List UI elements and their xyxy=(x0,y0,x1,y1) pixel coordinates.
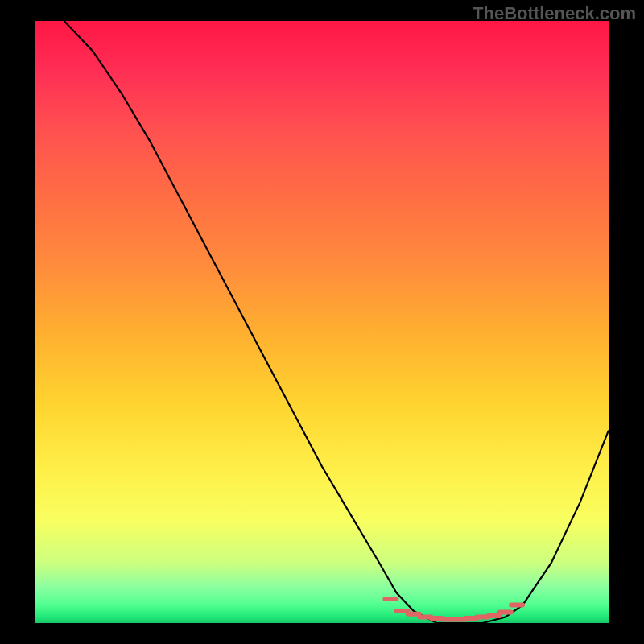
plot-area xyxy=(35,21,609,623)
chart-svg xyxy=(35,21,609,623)
bottleneck-curve-line xyxy=(64,21,609,623)
chart-container: TheBottleneck.com xyxy=(0,0,644,644)
watermark-text: TheBottleneck.com xyxy=(473,3,636,24)
